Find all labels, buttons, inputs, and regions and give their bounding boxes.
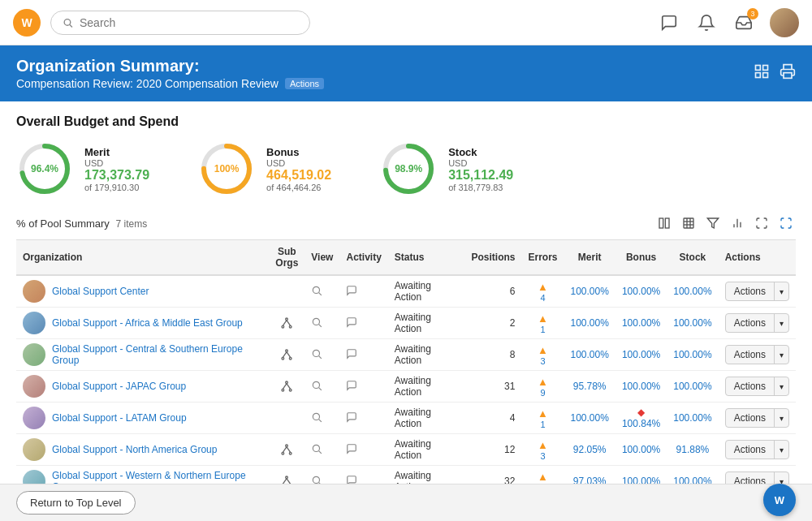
search-bar[interactable] xyxy=(50,11,310,35)
actions-button-3[interactable]: Actions ▾ xyxy=(725,377,789,396)
bonus-pct-3[interactable]: 100.00% xyxy=(622,381,660,392)
merit-donut: 96.4% xyxy=(16,140,73,197)
error-count-2[interactable]: 3 xyxy=(540,356,545,366)
table-icon[interactable] xyxy=(679,213,698,233)
sub-orgs-cell-5 xyxy=(269,434,304,466)
view-icon-3[interactable] xyxy=(311,381,322,394)
view-cell-4 xyxy=(304,403,339,434)
bonus-pct-0[interactable]: 100.00% xyxy=(622,286,660,297)
svg-line-30 xyxy=(287,321,291,326)
workday-logo: W xyxy=(13,9,41,37)
stock-pct-2[interactable]: 100.00% xyxy=(673,349,711,360)
activity-cell-5 xyxy=(339,434,387,466)
actions-button-1[interactable]: Actions ▾ xyxy=(725,313,789,333)
activity-icon-5[interactable] xyxy=(346,444,357,457)
bonus-pct-2[interactable]: 100.00% xyxy=(622,349,660,360)
print-icon[interactable] xyxy=(780,63,796,84)
org-link-2[interactable]: Global Support - Central & Southern Euro… xyxy=(52,343,262,366)
view-icon-1[interactable] xyxy=(311,317,322,330)
merit-pct-1[interactable]: 100.00% xyxy=(571,317,609,329)
merit-metric: 96.4% Merit USD 173,373.79 of 179,910.30 xyxy=(16,140,149,197)
activity-icon-0[interactable] xyxy=(346,286,357,299)
error-count-3[interactable]: 9 xyxy=(540,388,545,398)
columns-icon[interactable] xyxy=(654,213,674,233)
actions-badge[interactable]: Actions xyxy=(285,78,324,89)
page-header-left: Organization Summary: Compensation Revie… xyxy=(16,57,324,90)
org-link-1[interactable]: Global Support - Africa & Middle East Gr… xyxy=(52,317,243,329)
actions-cell-1: Actions ▾ xyxy=(719,308,796,339)
error-count-0[interactable]: 4 xyxy=(540,293,545,303)
status-cell-1: Awaiting Action xyxy=(388,308,465,339)
sub-orgs-icon-3[interactable] xyxy=(275,380,298,393)
table-row: Global Support - LATAM Group Awaiting Ac… xyxy=(16,403,796,434)
bonus-pct-5[interactable]: 100.00% xyxy=(622,444,660,455)
svg-point-56 xyxy=(286,476,288,479)
filter-icon[interactable] xyxy=(703,213,723,233)
errors-cell-4: ▲ 1 xyxy=(521,403,564,434)
view-icon-2[interactable] xyxy=(311,349,322,362)
chart-icon[interactable] xyxy=(728,213,747,233)
col-positions: Positions xyxy=(464,240,521,276)
stock-pct-0[interactable]: 100.00% xyxy=(673,286,711,297)
org-link-3[interactable]: Global Support - JAPAC Group xyxy=(52,381,186,392)
stock-pct: 98.9% xyxy=(395,163,422,174)
error-count-4[interactable]: 1 xyxy=(540,420,545,429)
stock-pct-3[interactable]: 100.00% xyxy=(673,381,711,392)
sub-orgs-icon-1[interactable] xyxy=(275,316,298,329)
table-row: Global Support - North America Group Awa… xyxy=(16,434,796,466)
pool-title: % of Pool Summary 7 items xyxy=(16,217,147,230)
view-icon-0[interactable] xyxy=(311,286,322,299)
stock-pct-1[interactable]: 100.00% xyxy=(673,317,711,329)
org-cell-2: Global Support - Central & Southern Euro… xyxy=(16,339,269,371)
svg-point-31 xyxy=(313,318,320,325)
svg-point-51 xyxy=(290,452,292,454)
stock-pct-4[interactable]: 100.00% xyxy=(673,412,711,424)
view-icon-4[interactable] xyxy=(311,412,322,425)
bonus-cell-inner-4: ◆ 100.84% xyxy=(622,407,660,429)
merit-pct-5[interactable]: 92.05% xyxy=(573,444,607,455)
bonus-pct-4[interactable]: 100.84% xyxy=(622,418,660,429)
actions-button-5[interactable]: Actions ▾ xyxy=(725,440,789,459)
bell-icon-btn[interactable] xyxy=(695,11,718,34)
error-count-5[interactable]: 3 xyxy=(540,451,545,461)
inbox-icon-btn[interactable]: 3 xyxy=(732,11,755,34)
sub-orgs-icon-5[interactable] xyxy=(275,443,298,456)
col-status: Status xyxy=(388,240,465,276)
org-link-0[interactable]: Global Support Center xyxy=(52,286,149,297)
activity-icon-2[interactable] xyxy=(346,349,357,362)
activity-icon-3[interactable] xyxy=(346,381,357,394)
actions-button-0[interactable]: Actions ▾ xyxy=(725,282,789,301)
actions-button-4[interactable]: Actions ▾ xyxy=(725,408,789,428)
merit-pct-2[interactable]: 100.00% xyxy=(571,349,609,360)
stock-pct-5[interactable]: 91.88% xyxy=(676,444,710,455)
fullscreen-icon[interactable] xyxy=(776,213,796,233)
activity-cell-2 xyxy=(339,339,387,371)
merit-pct-3[interactable]: 95.78% xyxy=(573,381,607,392)
org-link-5[interactable]: Global Support - North America Group xyxy=(52,444,217,455)
bonus-pct-1[interactable]: 100.00% xyxy=(622,317,660,329)
user-avatar[interactable] xyxy=(770,8,799,37)
toolbar-icons xyxy=(654,213,796,233)
search-input[interactable] xyxy=(80,16,298,29)
chat-icon-btn[interactable] xyxy=(658,11,680,34)
error-count-1[interactable]: 1 xyxy=(540,325,545,334)
grid-view-icon[interactable] xyxy=(754,63,770,84)
sub-orgs-icon-2[interactable] xyxy=(275,348,298,361)
actions-button-2[interactable]: Actions ▾ xyxy=(725,345,789,364)
svg-line-29 xyxy=(283,321,287,326)
expand-icon[interactable] xyxy=(752,213,771,233)
errors-cell-1: ▲ 1 xyxy=(521,308,564,339)
merit-pct-0[interactable]: 100.00% xyxy=(571,286,609,297)
positions-cell-0: 6 xyxy=(464,275,521,308)
view-icon-5[interactable] xyxy=(311,444,322,457)
org-cell-0: Global Support Center xyxy=(16,275,269,308)
stock-metric: 98.9% Stock USD 315,112.49 of 318,779.83 xyxy=(380,140,513,197)
col-view: View xyxy=(304,240,339,276)
activity-icon-1[interactable] xyxy=(346,317,357,330)
positions-value-5: 12 xyxy=(504,444,515,455)
activity-icon-4[interactable] xyxy=(346,412,357,425)
org-link-4[interactable]: Global Support - LATAM Group xyxy=(52,412,187,424)
workday-fab[interactable]: W xyxy=(763,484,796,516)
merit-pct-4[interactable]: 100.00% xyxy=(571,412,609,424)
return-to-top-button[interactable]: Return to Top Level xyxy=(16,491,136,515)
